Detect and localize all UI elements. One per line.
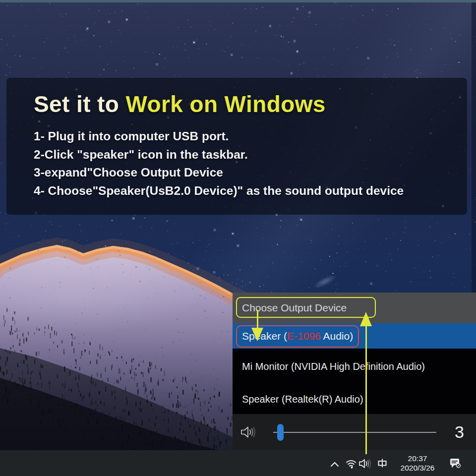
volume-slider-row: 3 — [233, 414, 476, 450]
action-center-icon[interactable] — [449, 457, 462, 470]
instruction-step-2: 2-Click "speaker" icon in the taskbar. — [34, 146, 467, 164]
arrow-to-selected-device-line — [257, 310, 258, 329]
title-part-yellow: Work on Windows — [125, 91, 325, 117]
instruction-step-4: 4- Choose"Speaker(UsB2.0 Device)" as the… — [34, 182, 467, 200]
device-option-mi-monitor[interactable]: Mi Monitor (NVIDIA High Definition Audio… — [242, 361, 425, 372]
tray-wifi-icon[interactable] — [345, 458, 357, 469]
device-list: Mi Monitor (NVIDIA High Definition Audio… — [233, 349, 476, 414]
panel-title: Set it to Work on Windows — [34, 91, 467, 118]
taskbar: 20:37 2020/3/26 — [0, 450, 476, 476]
clock-date: 2020/3/26 — [394, 463, 441, 473]
screenshot-root: Set it to Work on Windows 1- Plug it int… — [0, 0, 476, 476]
device-option-realtek[interactable]: Speaker (Realtek(R) Audio) — [242, 394, 363, 405]
tray-clock[interactable]: 20:37 2020/3/26 — [394, 454, 441, 473]
title-part-white: Set it to — [34, 91, 125, 117]
instruction-step-1: 1- Plug it into computer USB port. — [34, 127, 467, 146]
arrow-from-taskbar-speaker-head — [360, 312, 372, 326]
volume-slider-thumb[interactable] — [277, 424, 284, 441]
tray-expand-chevron-icon[interactable] — [329, 461, 340, 468]
volume-level-value: 3 — [455, 414, 464, 450]
arrow-to-selected-device-head — [251, 328, 263, 341]
clock-time: 20:37 — [394, 454, 441, 463]
speaker-volume-icon[interactable] — [240, 425, 257, 439]
tray-speaker-icon[interactable] — [358, 458, 373, 470]
volume-slider-track[interactable] — [273, 432, 436, 433]
instruction-steps: 1- Plug it into computer USB port. 2-Cli… — [34, 127, 467, 200]
instruction-step-3: 3-expand"Choose Output Device — [34, 164, 467, 182]
arrow-from-taskbar-speaker-line — [365, 325, 367, 454]
instruction-panel: Set it to Work on Windows 1- Plug it int… — [6, 78, 467, 215]
tray-ime-indicator-icon[interactable] — [377, 458, 388, 469]
